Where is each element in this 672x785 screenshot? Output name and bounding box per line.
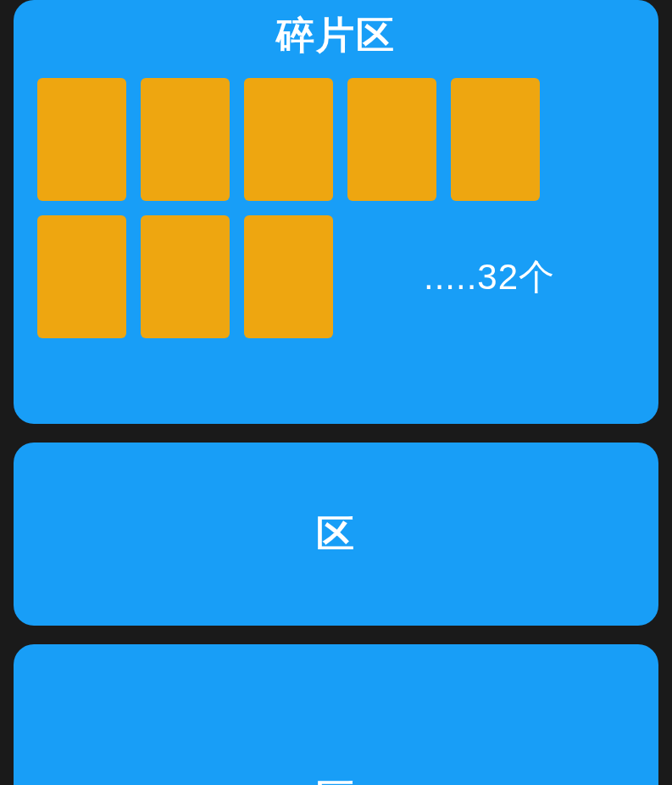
fragment-card[interactable] (347, 78, 436, 201)
fragment-card[interactable] (451, 78, 540, 201)
fragment-count-label: .....32个 (424, 253, 555, 301)
fragment-card[interactable] (244, 215, 333, 338)
fragment-card[interactable] (141, 215, 230, 338)
zone-panel-2[interactable]: 区 (14, 644, 658, 785)
zone-panel-1[interactable]: 区 (14, 443, 658, 626)
main-container: 碎片区 .....32个 区 区 (0, 0, 672, 785)
fragments-panel[interactable]: 碎片区 .....32个 (14, 0, 658, 424)
zone-title-2: 区 (316, 773, 356, 785)
fragment-card[interactable] (37, 78, 126, 201)
zone-title-1: 区 (316, 509, 356, 560)
fragment-card[interactable] (244, 78, 333, 201)
fragments-title: 碎片区 (37, 10, 635, 61)
fragment-card[interactable] (141, 78, 230, 201)
card-grid: .....32个 (37, 78, 635, 338)
fragment-card[interactable] (37, 215, 126, 338)
